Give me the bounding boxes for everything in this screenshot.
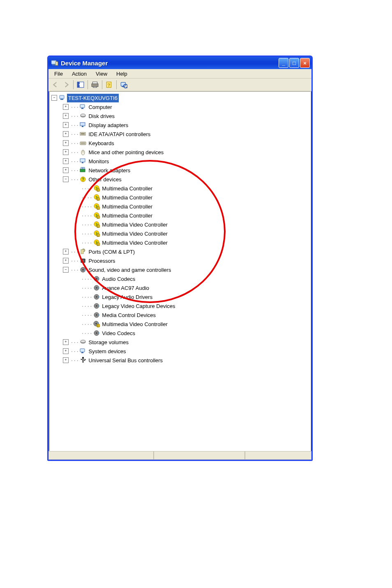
collapse-icon[interactable]: −: [51, 95, 57, 101]
svg-rect-24: [81, 143, 85, 143]
tree-item[interactable]: +···Computer: [63, 102, 310, 111]
close-button[interactable]: ×: [300, 58, 310, 68]
svg-rect-92: [80, 349, 85, 352]
tree-item[interactable]: +···Network adapters: [63, 166, 310, 175]
toolbar-separator: [88, 80, 88, 89]
tree-item-label: Network adapters: [88, 166, 131, 175]
svg-point-77: [96, 287, 97, 289]
expand-icon[interactable]: +: [63, 258, 69, 264]
tree-item-label: Multimedia Controller: [101, 184, 153, 193]
svg-point-75: [96, 278, 97, 280]
tree-item[interactable]: ····Legacy Audio Drivers: [75, 292, 310, 301]
tree-item[interactable]: +···Ports (COM & LPT): [63, 247, 310, 256]
tree-item-label: Avance AC97 Audio: [101, 284, 150, 292]
tree-item[interactable]: +···Disk drives: [63, 111, 310, 120]
tree-item[interactable]: ····?!Multimedia Video Controller: [75, 229, 310, 238]
minimize-button[interactable]: _: [279, 58, 288, 68]
svg-rect-22: [81, 133, 85, 134]
expand-icon[interactable]: +: [63, 339, 69, 345]
expand-icon[interactable]: +: [63, 104, 69, 110]
expand-icon[interactable]: +: [63, 131, 69, 137]
print-button[interactable]: [90, 80, 100, 90]
keyboard-icon: [79, 139, 87, 147]
svg-rect-19: [80, 123, 85, 126]
tree-item[interactable]: ····?!Multimedia Video Controller: [75, 220, 310, 229]
svg-text:!: !: [98, 234, 99, 237]
warn-icon: ?!: [93, 194, 100, 201]
tree-root-row[interactable]: −TEST-KEQXUVGTI6: [51, 93, 310, 102]
tree-item[interactable]: ····?!Multimedia Controller: [75, 202, 310, 211]
tree-item[interactable]: ····Audio Codecs: [75, 274, 310, 283]
tree-item[interactable]: ····!Multimedia Video Controller: [75, 319, 310, 329]
svg-point-81: [96, 305, 97, 307]
warn-icon: ?!: [93, 239, 100, 246]
menu-view[interactable]: View: [92, 70, 111, 78]
tree-item-label: Legacy Video Capture Devices: [101, 302, 176, 310]
expand-icon[interactable]: +: [63, 249, 69, 255]
svg-rect-25: [81, 144, 85, 144]
sound-icon: [93, 275, 100, 282]
svg-rect-15: [80, 104, 85, 108]
svg-point-83: [96, 314, 97, 316]
expand-icon[interactable]: −: [63, 176, 69, 182]
expand-icon[interactable]: −: [63, 267, 69, 273]
expand-icon[interactable]: +: [63, 113, 69, 119]
back-button: [50, 80, 61, 90]
tree-item-label: Media Control Devices: [101, 311, 157, 319]
computer-name[interactable]: TEST-KEQXUVGTI6: [67, 94, 119, 102]
tree-item[interactable]: +···Processors: [63, 256, 310, 265]
svg-rect-32: [83, 167, 85, 169]
tree-item[interactable]: +···Universal Serial Bus controllers: [63, 356, 310, 365]
svg-rect-5: [92, 82, 97, 84]
svg-text:!: !: [98, 324, 99, 327]
expand-icon[interactable]: +: [63, 348, 69, 354]
tree-item[interactable]: ····?!Multimedia Controller: [75, 211, 310, 220]
disk-icon: [79, 112, 87, 120]
tree-item-label: Video Codecs: [101, 329, 136, 338]
tree-item-label: Multimedia Video Controller: [101, 229, 168, 238]
tree-item[interactable]: +···Keyboards: [63, 139, 310, 148]
forward-button: [61, 80, 71, 90]
tree-item[interactable]: +···Display adapters: [63, 120, 310, 130]
tree-item[interactable]: ····Media Control Devices: [75, 310, 310, 319]
tree-item[interactable]: +···System devices: [63, 347, 310, 356]
tree-item[interactable]: ····Avance AC97 Audio: [75, 283, 310, 292]
tree-item[interactable]: ····Legacy Video Capture Devices: [75, 301, 310, 310]
toolbar-separator: [73, 80, 74, 89]
expand-icon[interactable]: +: [63, 357, 69, 363]
tree-item[interactable]: +···Mice and other pointing devices: [63, 148, 310, 157]
tree-item[interactable]: −···?Other devices: [63, 175, 310, 184]
tree-item-label: Ports (COM & LPT): [88, 248, 136, 256]
status-cell: [154, 451, 245, 460]
tree-item[interactable]: +···Monitors: [63, 157, 310, 166]
tree-item[interactable]: +···IDE ATA/ATAPI controllers: [63, 130, 310, 139]
app-icon: [51, 59, 58, 67]
menu-file[interactable]: File: [50, 70, 67, 78]
warn-icon: ?!: [93, 185, 100, 192]
svg-rect-93: [81, 352, 83, 353]
svg-text:!: !: [98, 225, 99, 228]
toolbar-separator: [102, 80, 102, 89]
tree-item[interactable]: +···Storage volumes: [63, 338, 310, 347]
tree-item[interactable]: ····?!Multimedia Controller: [75, 184, 310, 193]
expand-icon[interactable]: +: [63, 149, 69, 155]
expand-icon[interactable]: +: [63, 167, 69, 173]
tree-item[interactable]: −···Sound, video and game controllers: [63, 265, 310, 274]
tree-item[interactable]: ····Video Codecs: [75, 329, 310, 338]
svg-point-79: [96, 296, 97, 298]
menu-help[interactable]: Help: [112, 70, 131, 78]
tree-item-label: Sound, video and game controllers: [88, 266, 172, 274]
expand-icon[interactable]: +: [63, 122, 69, 128]
maximize-button[interactable]: □: [289, 58, 299, 68]
menu-action[interactable]: Action: [68, 70, 91, 78]
svg-text:?: ?: [82, 177, 84, 182]
tree-item[interactable]: ····?!Multimedia Controller: [75, 193, 310, 202]
titlebar[interactable]: Device Manager _ □ ×: [48, 57, 311, 69]
tree-item[interactable]: ····?!Multimedia Video Controller: [75, 238, 310, 247]
expand-icon[interactable]: +: [63, 158, 69, 164]
help-button[interactable]: ?: [104, 80, 115, 90]
expand-icon[interactable]: +: [63, 140, 69, 146]
show-hide-button[interactable]: [75, 80, 86, 90]
computer-icon: [59, 94, 66, 102]
scan-button[interactable]: [118, 80, 129, 90]
